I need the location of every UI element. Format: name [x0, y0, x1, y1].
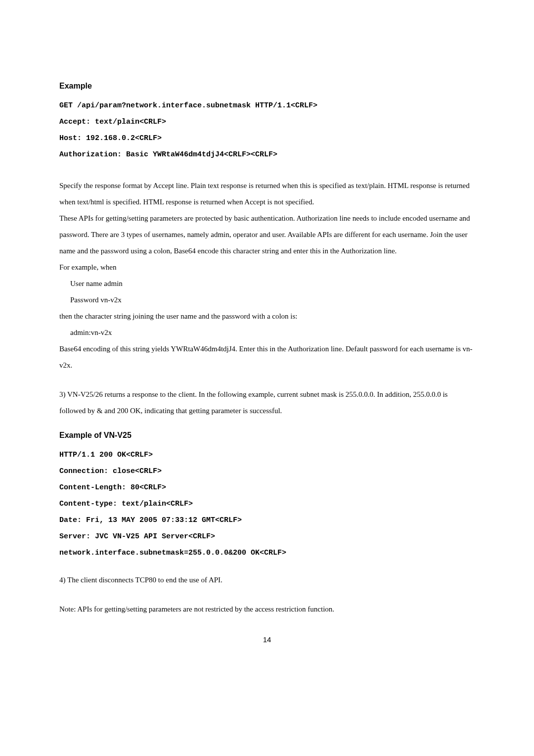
example2-heading: Example of VN-V25 — [59, 431, 475, 440]
example1-heading: Example — [59, 82, 475, 91]
example2-line-4: Date: Fri, 13 MAY 2005 07:33:12 GMT<CRLF… — [59, 512, 475, 528]
example2-line-5: Server: JVC VN-V25 API Server<CRLF> — [59, 528, 475, 545]
example2-line-2: Content-Length: 80<CRLF> — [59, 479, 475, 496]
example1-line-2: Host: 192.168.0.2<CRLF> — [59, 130, 475, 146]
paragraph-1: Specify the response format by Accept li… — [59, 178, 475, 210]
document-page: Example GET /api/param?network.interface… — [0, 0, 534, 673]
example2-line-1: Connection: close<CRLF> — [59, 463, 475, 479]
example1-line-3: Authorization: Basic YWRtaW46dm4tdjJ4<CR… — [59, 146, 475, 163]
example1-line-0: GET /api/param?network.interface.subnetm… — [59, 97, 475, 114]
example2-line-3: Content-type: text/plain<CRLF> — [59, 496, 475, 512]
paragraph-7: 4) The client disconnects TCP80 to end t… — [59, 572, 475, 588]
paragraph-4a: admin:vn-v2x — [59, 325, 475, 341]
paragraph-6: 3) VN-V25/26 returns a response to the c… — [59, 386, 475, 419]
paragraph-2: These APIs for getting/setting parameter… — [59, 210, 475, 259]
paragraph-4: then the character string joining the us… — [59, 308, 475, 325]
example1-line-1: Accept: text/plain<CRLF> — [59, 114, 475, 130]
example2-line-6: network.interface.subnetmask=255.0.0.0&2… — [59, 545, 475, 561]
paragraph-3b: Password vn-v2x — [59, 292, 475, 308]
example2-line-0: HTTP/1.1 200 OK<CRLF> — [59, 447, 475, 463]
paragraph-8: Note: APIs for getting/setting parameter… — [59, 601, 475, 617]
paragraph-5: Base64 encoding of this string yields YW… — [59, 341, 475, 374]
page-number: 14 — [59, 635, 475, 644]
paragraph-3a: User name admin — [59, 276, 475, 292]
paragraph-3: For example, when — [59, 259, 475, 276]
